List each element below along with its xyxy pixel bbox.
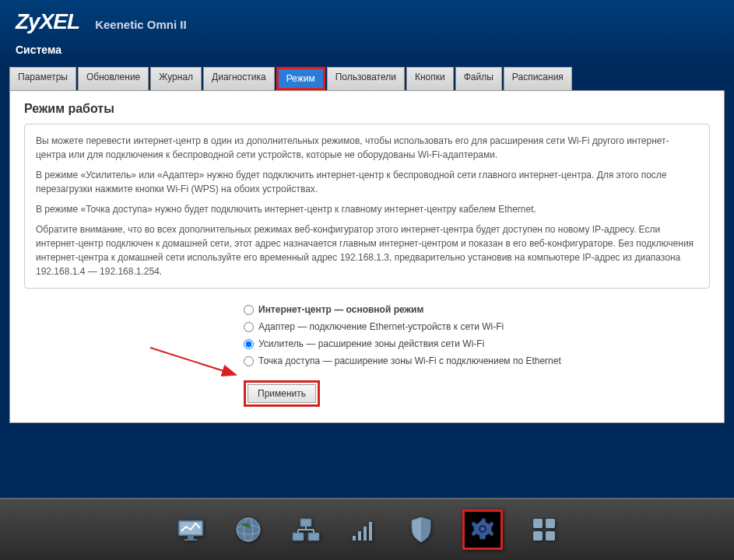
info-p3: В режиме «Точка доступа» нужно будет под…: [36, 202, 698, 216]
header-top: ZyXEL Keenetic Omni II: [16, 9, 718, 34]
mode-label-ap: Точка доступа — расширение зоны Wi-Fi с …: [258, 355, 561, 366]
section-title: Система: [16, 44, 718, 56]
svg-rect-25: [533, 531, 543, 541]
mode-label-repeater: Усилитель — расширение зоны действия сет…: [258, 338, 484, 349]
logo: ZyXEL: [16, 9, 79, 34]
mode-row-repeater: Усилитель — расширение зоны действия сет…: [244, 335, 710, 352]
apply-wrapper: Применить: [244, 380, 710, 407]
info-p4: Обратите внимание, что во всех дополните…: [36, 222, 698, 278]
mode-label-adapter: Адаптер — подключение Ethernet-устройств…: [258, 321, 504, 332]
mode-row-ap: Точка доступа — расширение зоны Wi-Fi с …: [244, 352, 710, 369]
radio-ap[interactable]: [244, 356, 254, 366]
apps-icon[interactable]: [528, 513, 560, 546]
radio-main[interactable]: [244, 305, 254, 315]
tab-update[interactable]: Обновление: [78, 67, 149, 90]
monitor-icon[interactable]: [174, 513, 207, 546]
svg-rect-20: [369, 522, 372, 541]
globe-icon[interactable]: [232, 513, 265, 546]
header: ZyXEL Keenetic Omni II Система: [0, 0, 734, 67]
tab-mode[interactable]: Режим: [276, 67, 325, 90]
tabs: Параметры Обновление Журнал Диагностика …: [0, 67, 734, 90]
svg-rect-26: [546, 531, 555, 541]
mode-row-main: Интернет-центр — основной режим: [244, 301, 710, 318]
network-icon[interactable]: [290, 513, 322, 546]
tab-diagnostics[interactable]: Диагностика: [203, 67, 275, 90]
svg-rect-12: [308, 533, 319, 541]
tab-files[interactable]: Файлы: [455, 67, 502, 90]
apply-button[interactable]: Применить: [248, 384, 316, 403]
svg-rect-19: [363, 527, 367, 541]
tab-schedules[interactable]: Расписания: [504, 67, 572, 90]
modes: Интернет-центр — основной режим Адаптер …: [10, 301, 724, 422]
tab-users[interactable]: Пользователи: [327, 67, 405, 90]
apply-highlight: Применить: [244, 380, 320, 407]
mode-row-adapter: Адаптер — подключение Ethernet-устройств…: [244, 318, 710, 335]
page-heading: Режим работы: [10, 91, 724, 124]
svg-rect-5: [184, 539, 197, 541]
shield-icon[interactable]: [405, 513, 437, 546]
gear-icon[interactable]: [462, 509, 503, 550]
mode-label-main: Интернет-центр — основной режим: [258, 304, 423, 315]
info-p2: В режиме «Усилитель» или «Адаптер» нужно…: [36, 168, 698, 196]
radio-adapter[interactable]: [244, 322, 254, 332]
svg-rect-18: [358, 531, 361, 541]
tab-parameters[interactable]: Параметры: [9, 67, 76, 90]
radio-repeater[interactable]: [244, 339, 254, 349]
svg-rect-23: [533, 519, 543, 528]
arrow-annotation: [146, 344, 248, 383]
wifi-icon[interactable]: [347, 513, 380, 546]
info-p1: Вы можете перевести интернет-центр в оди…: [36, 134, 698, 162]
tab-buttons[interactable]: Кнопки: [406, 67, 454, 90]
svg-rect-24: [546, 519, 555, 528]
svg-rect-17: [353, 536, 356, 541]
info-box: Вы можете перевести интернет-центр в оди…: [24, 124, 710, 289]
svg-rect-3: [180, 522, 202, 534]
svg-rect-11: [293, 533, 304, 541]
svg-point-22: [480, 527, 484, 531]
model-name: Keenetic Omni II: [95, 18, 187, 31]
svg-rect-4: [188, 536, 194, 539]
svg-line-1: [150, 348, 236, 375]
tab-log[interactable]: Журнал: [150, 67, 202, 90]
svg-rect-10: [300, 519, 311, 527]
bottom-bar: [0, 498, 734, 560]
content: Режим работы Вы можете перевести интерне…: [9, 90, 725, 423]
